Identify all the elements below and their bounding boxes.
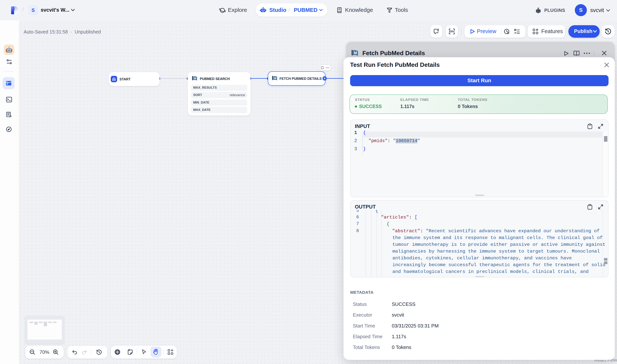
svg-text:M: M — [354, 51, 357, 55]
svg-text:ENV: ENV — [449, 30, 455, 33]
svg-text:M: M — [274, 77, 276, 80]
svg-text:M: M — [194, 77, 196, 80]
